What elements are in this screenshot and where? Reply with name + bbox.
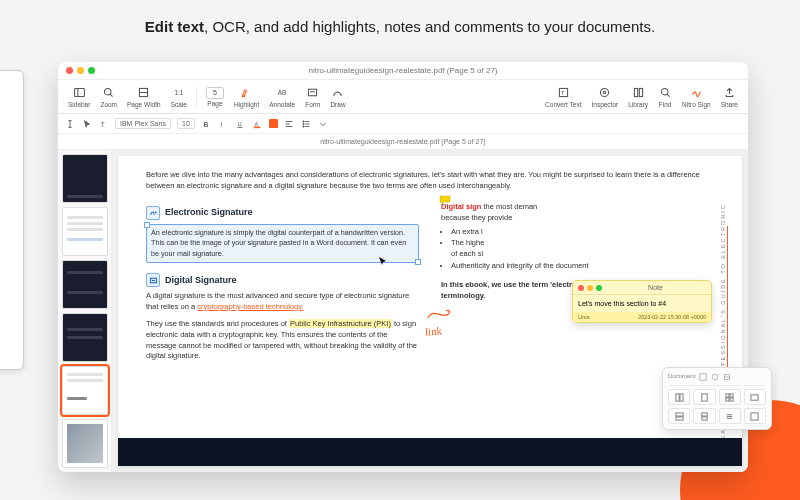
panel-tab-document[interactable]: Document bbox=[668, 373, 695, 382]
nitrosign-button[interactable]: Nitro Sign bbox=[678, 86, 715, 108]
text-tool-icon[interactable]: T bbox=[98, 118, 109, 129]
intro-paragraph: Before we dive into the many advantages … bbox=[146, 170, 714, 192]
share-button[interactable]: Share bbox=[717, 86, 742, 108]
layout-option[interactable] bbox=[719, 389, 741, 405]
main-toolbar: Sidebar Zoom Page Width 1:1Scale 5Page H… bbox=[58, 80, 748, 114]
inspector-button[interactable]: Inspector bbox=[587, 86, 622, 108]
svg-rect-35 bbox=[700, 374, 706, 380]
svg-rect-44 bbox=[726, 397, 729, 400]
layout-option[interactable] bbox=[744, 389, 766, 405]
svg-text:B: B bbox=[204, 120, 209, 127]
thumbnail-page[interactable] bbox=[62, 154, 108, 203]
find-button[interactable]: Find bbox=[654, 86, 676, 108]
selected-text-block[interactable]: An electronic signature is simply the di… bbox=[146, 224, 419, 263]
svg-rect-42 bbox=[726, 393, 729, 396]
hero-caption: Edit text, OCR, and add highlights, note… bbox=[0, 0, 800, 49]
document-tab[interactable]: nitro-ultimateguideesign-realestate.pdf … bbox=[58, 134, 748, 150]
highlighted-text: Public Key Infrastructure (PKI) bbox=[289, 319, 392, 328]
font-family-select[interactable]: IBM Plex Sans bbox=[115, 118, 171, 129]
underline-icon[interactable]: U bbox=[235, 118, 246, 129]
note-popup[interactable]: Note Let's move this section to #4 Uma20… bbox=[572, 280, 712, 323]
layout-option[interactable] bbox=[744, 408, 766, 424]
svg-text:I: I bbox=[221, 120, 223, 127]
svg-rect-48 bbox=[676, 416, 683, 419]
svg-point-36 bbox=[713, 374, 719, 380]
chevron-down-icon[interactable] bbox=[318, 118, 329, 129]
svg-point-32 bbox=[303, 125, 304, 126]
color-swatch[interactable] bbox=[269, 119, 278, 128]
panel-tab-icon[interactable] bbox=[711, 373, 719, 382]
convert-button[interactable]: TConvert Text bbox=[541, 86, 585, 108]
app-window: nitro-ultimateguideesign-realestate.pdf … bbox=[58, 62, 748, 472]
font-size-select[interactable]: 10 bbox=[177, 118, 195, 129]
minimize-icon[interactable] bbox=[77, 67, 84, 74]
svg-rect-50 bbox=[702, 416, 707, 419]
svg-rect-45 bbox=[730, 397, 733, 400]
scale-button[interactable]: 1:1Scale bbox=[167, 86, 191, 108]
zoom-button[interactable]: Zoom bbox=[96, 86, 121, 108]
annotate-button[interactable]: ABAnnotate bbox=[265, 86, 299, 108]
layout-option[interactable] bbox=[719, 408, 741, 424]
layout-option[interactable] bbox=[668, 408, 690, 424]
form-button[interactable]: Form bbox=[301, 86, 324, 108]
svg-text:T: T bbox=[561, 90, 565, 96]
list-icon[interactable] bbox=[301, 118, 312, 129]
svg-rect-41 bbox=[702, 393, 707, 400]
section-heading: Electronic Signature bbox=[146, 206, 419, 220]
body-text: A digital signature is the most advanced… bbox=[146, 291, 419, 313]
italic-icon[interactable]: I bbox=[218, 118, 229, 129]
close-icon[interactable] bbox=[578, 285, 584, 291]
layout-option[interactable] bbox=[693, 408, 715, 424]
thumbnail-page[interactable] bbox=[62, 207, 108, 256]
ink-arrow-icon bbox=[426, 306, 452, 326]
thumbnail-page[interactable] bbox=[62, 366, 108, 415]
svg-rect-43 bbox=[730, 393, 733, 396]
note-marker-icon[interactable] bbox=[439, 194, 534, 210]
library-button[interactable]: Library bbox=[624, 86, 652, 108]
page-thumbnails bbox=[58, 150, 112, 472]
inspector-panel[interactable]: Document bbox=[662, 367, 772, 430]
pagewidth-button[interactable]: Page Width bbox=[123, 86, 165, 108]
svg-rect-49 bbox=[702, 412, 707, 415]
pointer-icon[interactable] bbox=[81, 118, 92, 129]
window-title: nitro-ultimateguideesign-realestate.pdf … bbox=[58, 66, 748, 75]
page-input-tool[interactable]: 5Page bbox=[202, 87, 228, 107]
note-footer: Uma2023-02-22 15:30:08 +0000 bbox=[573, 312, 711, 322]
digital-signature-icon bbox=[146, 273, 160, 287]
maximize-icon[interactable] bbox=[88, 67, 95, 74]
align-left-icon[interactable] bbox=[284, 118, 295, 129]
link-text[interactable]: cryptography-based technology. bbox=[197, 302, 303, 311]
cursor-icon bbox=[378, 256, 388, 266]
draw-button[interactable]: Draw bbox=[326, 86, 349, 108]
layout-option[interactable] bbox=[668, 389, 690, 405]
thumbnail-page[interactable] bbox=[62, 260, 108, 309]
svg-rect-15 bbox=[639, 88, 642, 96]
note-body[interactable]: Let's move this section to #4 bbox=[573, 295, 711, 312]
svg-rect-0 bbox=[74, 88, 84, 96]
svg-text:U: U bbox=[238, 120, 242, 126]
bold-icon[interactable]: B bbox=[201, 118, 212, 129]
thumbnail-page[interactable] bbox=[62, 313, 108, 362]
sidebar-button[interactable]: Sidebar bbox=[64, 86, 94, 108]
text-color-icon[interactable]: A bbox=[252, 118, 263, 129]
format-toolbar: T IBM Plex Sans 10 B I U A bbox=[58, 114, 748, 134]
svg-line-3 bbox=[110, 94, 112, 96]
svg-rect-8 bbox=[309, 89, 317, 96]
body-text: because they provide bbox=[441, 213, 714, 224]
svg-point-16 bbox=[661, 88, 668, 95]
maximize-icon[interactable] bbox=[596, 285, 602, 291]
thumbnail-page[interactable] bbox=[62, 419, 108, 468]
ink-annotation[interactable]: link bbox=[424, 323, 442, 340]
minimize-icon[interactable] bbox=[587, 285, 593, 291]
panel-tab-icon[interactable] bbox=[723, 373, 731, 382]
hero-rest: , OCR, and add highlights, notes and com… bbox=[204, 18, 655, 35]
highlight-button[interactable]: Highlight bbox=[230, 86, 263, 108]
panel-tab-icon[interactable] bbox=[699, 373, 707, 382]
bullet-list: An extra l The higheof each si Authentic… bbox=[441, 227, 714, 273]
svg-point-12 bbox=[601, 88, 609, 96]
layout-option[interactable] bbox=[693, 389, 715, 405]
hero-strong: Edit text bbox=[145, 18, 204, 35]
text-cursor-icon[interactable] bbox=[64, 118, 75, 129]
page-viewport[interactable]: Before we dive into the many advantages … bbox=[112, 150, 748, 472]
close-icon[interactable] bbox=[66, 67, 73, 74]
